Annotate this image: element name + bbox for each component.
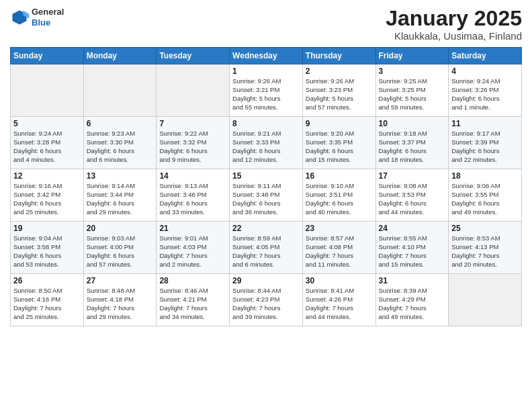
calendar-cell: 19Sunrise: 9:04 AM Sunset: 3:58 PM Dayli…: [11, 222, 84, 274]
calendar-week-4: 19Sunrise: 9:04 AM Sunset: 3:58 PM Dayli…: [11, 222, 522, 274]
day-info: Sunrise: 9:16 AM Sunset: 3:42 PM Dayligh…: [13, 182, 81, 216]
calendar-cell: 14Sunrise: 9:13 AM Sunset: 3:46 PM Dayli…: [157, 169, 230, 222]
logo-general: General: [32, 7, 64, 17]
day-info: Sunrise: 8:39 AM Sunset: 4:29 PM Dayligh…: [379, 287, 446, 321]
day-number: 18: [451, 171, 519, 181]
day-info: Sunrise: 8:55 AM Sunset: 4:10 PM Dayligh…: [379, 234, 446, 269]
day-info: Sunrise: 8:53 AM Sunset: 4:13 PM Dayligh…: [451, 234, 519, 269]
day-number: 4: [451, 66, 519, 76]
day-number: 13: [87, 171, 154, 181]
weekday-header-row: SundayMondayTuesdayWednesdayThursdayFrid…: [11, 48, 522, 64]
day-info: Sunrise: 9:18 AM Sunset: 3:37 PM Dayligh…: [379, 130, 446, 164]
weekday-header-saturday: Saturday: [449, 48, 522, 64]
calendar-week-2: 5Sunrise: 9:24 AM Sunset: 3:28 PM Daylig…: [11, 117, 522, 169]
calendar-cell: 29Sunrise: 8:44 AM Sunset: 4:23 PM Dayli…: [230, 274, 303, 326]
day-number: 19: [13, 224, 81, 233]
day-number: 28: [159, 276, 226, 285]
day-number: 8: [232, 119, 300, 128]
day-info: Sunrise: 9:01 AM Sunset: 4:03 PM Dayligh…: [159, 234, 226, 269]
header: General Blue January 2025 Klaukkala, Uus…: [10, 7, 522, 42]
calendar-cell: 25Sunrise: 8:53 AM Sunset: 4:13 PM Dayli…: [449, 222, 522, 274]
day-info: Sunrise: 9:24 AM Sunset: 3:28 PM Dayligh…: [13, 130, 81, 164]
day-number: 22: [232, 224, 300, 233]
calendar-cell: 5Sunrise: 9:24 AM Sunset: 3:28 PM Daylig…: [11, 117, 84, 169]
day-info: Sunrise: 9:08 AM Sunset: 3:53 PM Dayligh…: [379, 182, 446, 216]
calendar-cell: 3Sunrise: 9:25 AM Sunset: 3:25 PM Daylig…: [375, 64, 449, 117]
day-number: 31: [379, 276, 446, 285]
day-number: 15: [232, 171, 300, 181]
day-number: 2: [306, 66, 373, 76]
calendar-cell: 15Sunrise: 9:11 AM Sunset: 3:48 PM Dayli…: [230, 169, 303, 222]
calendar-cell: 21Sunrise: 9:01 AM Sunset: 4:03 PM Dayli…: [157, 222, 230, 274]
calendar-week-5: 26Sunrise: 8:50 AM Sunset: 4:16 PM Dayli…: [11, 274, 522, 326]
day-info: Sunrise: 9:13 AM Sunset: 3:46 PM Dayligh…: [159, 182, 226, 216]
calendar-cell: 17Sunrise: 9:08 AM Sunset: 3:53 PM Dayli…: [375, 169, 449, 222]
day-info: Sunrise: 9:25 AM Sunset: 3:25 PM Dayligh…: [379, 77, 446, 111]
calendar-cell: 10Sunrise: 9:18 AM Sunset: 3:37 PM Dayli…: [375, 117, 449, 169]
calendar-cell: [83, 64, 157, 117]
day-number: 11: [451, 119, 519, 128]
title-block: January 2025 Klaukkala, Uusimaa, Finland: [386, 7, 522, 42]
calendar-cell: 1Sunrise: 9:26 AM Sunset: 3:21 PM Daylig…: [230, 64, 303, 117]
day-info: Sunrise: 9:24 AM Sunset: 3:26 PM Dayligh…: [451, 77, 519, 111]
calendar-body: 1Sunrise: 9:26 AM Sunset: 3:21 PM Daylig…: [11, 64, 522, 326]
day-number: 24: [379, 224, 446, 233]
calendar-cell: 23Sunrise: 8:57 AM Sunset: 4:08 PM Dayli…: [302, 222, 375, 274]
day-info: Sunrise: 9:21 AM Sunset: 3:33 PM Dayligh…: [232, 130, 300, 164]
calendar-cell: [449, 274, 522, 326]
calendar-cell: [157, 64, 230, 117]
logo-text: General Blue: [32, 7, 64, 28]
day-info: Sunrise: 9:06 AM Sunset: 3:55 PM Dayligh…: [451, 182, 519, 216]
day-number: 27: [87, 276, 154, 285]
logo: General Blue: [10, 7, 64, 28]
day-number: 16: [306, 171, 373, 181]
weekday-header-sunday: Sunday: [11, 48, 84, 64]
calendar-cell: 4Sunrise: 9:24 AM Sunset: 3:26 PM Daylig…: [449, 64, 522, 117]
day-number: 30: [306, 276, 373, 285]
day-info: Sunrise: 8:41 AM Sunset: 4:26 PM Dayligh…: [306, 287, 373, 321]
day-number: 17: [379, 171, 446, 181]
month-title: January 2025: [386, 7, 522, 30]
calendar-cell: 27Sunrise: 8:48 AM Sunset: 4:18 PM Dayli…: [83, 274, 157, 326]
day-info: Sunrise: 8:46 AM Sunset: 4:21 PM Dayligh…: [159, 287, 226, 321]
calendar-cell: 31Sunrise: 8:39 AM Sunset: 4:29 PM Dayli…: [375, 274, 449, 326]
day-number: 26: [13, 276, 81, 285]
day-info: Sunrise: 9:23 AM Sunset: 3:30 PM Dayligh…: [87, 130, 154, 164]
day-info: Sunrise: 9:14 AM Sunset: 3:44 PM Dayligh…: [87, 182, 154, 216]
page-container: General Blue January 2025 Klaukkala, Uus…: [0, 0, 532, 333]
calendar-table: SundayMondayTuesdayWednesdayThursdayFrid…: [10, 47, 522, 326]
day-number: 7: [159, 119, 226, 128]
day-info: Sunrise: 9:17 AM Sunset: 3:39 PM Dayligh…: [451, 130, 519, 164]
day-info: Sunrise: 8:48 AM Sunset: 4:18 PM Dayligh…: [87, 287, 154, 321]
day-number: 23: [306, 224, 373, 233]
day-info: Sunrise: 8:57 AM Sunset: 4:08 PM Dayligh…: [306, 234, 373, 269]
calendar-cell: 26Sunrise: 8:50 AM Sunset: 4:16 PM Dayli…: [11, 274, 84, 326]
logo-icon: [10, 8, 29, 27]
day-number: 21: [159, 224, 226, 233]
calendar-cell: 12Sunrise: 9:16 AM Sunset: 3:42 PM Dayli…: [11, 169, 84, 222]
day-info: Sunrise: 9:11 AM Sunset: 3:48 PM Dayligh…: [232, 182, 300, 216]
calendar-cell: [11, 64, 84, 117]
calendar-cell: 8Sunrise: 9:21 AM Sunset: 3:33 PM Daylig…: [230, 117, 303, 169]
weekday-header-thursday: Thursday: [302, 48, 375, 64]
calendar-cell: 20Sunrise: 9:03 AM Sunset: 4:00 PM Dayli…: [83, 222, 157, 274]
day-number: 10: [379, 119, 446, 128]
calendar-cell: 13Sunrise: 9:14 AM Sunset: 3:44 PM Dayli…: [83, 169, 157, 222]
calendar-cell: 28Sunrise: 8:46 AM Sunset: 4:21 PM Dayli…: [157, 274, 230, 326]
logo-blue: Blue: [32, 17, 50, 28]
weekday-header-wednesday: Wednesday: [230, 48, 303, 64]
day-info: Sunrise: 8:50 AM Sunset: 4:16 PM Dayligh…: [13, 287, 81, 321]
calendar-cell: 2Sunrise: 9:26 AM Sunset: 3:23 PM Daylig…: [302, 64, 375, 117]
weekday-header-friday: Friday: [375, 48, 449, 64]
day-info: Sunrise: 9:04 AM Sunset: 3:58 PM Dayligh…: [13, 234, 81, 269]
calendar-cell: 24Sunrise: 8:55 AM Sunset: 4:10 PM Dayli…: [375, 222, 449, 274]
day-info: Sunrise: 8:44 AM Sunset: 4:23 PM Dayligh…: [232, 287, 300, 321]
day-number: 29: [232, 276, 300, 285]
day-number: 20: [87, 224, 154, 233]
day-number: 1: [232, 66, 300, 76]
calendar-cell: 16Sunrise: 9:10 AM Sunset: 3:51 PM Dayli…: [302, 169, 375, 222]
calendar-cell: 30Sunrise: 8:41 AM Sunset: 4:26 PM Dayli…: [302, 274, 375, 326]
day-number: 12: [13, 171, 81, 181]
calendar-header: SundayMondayTuesdayWednesdayThursdayFrid…: [11, 48, 522, 64]
calendar-cell: 11Sunrise: 9:17 AM Sunset: 3:39 PM Dayli…: [449, 117, 522, 169]
